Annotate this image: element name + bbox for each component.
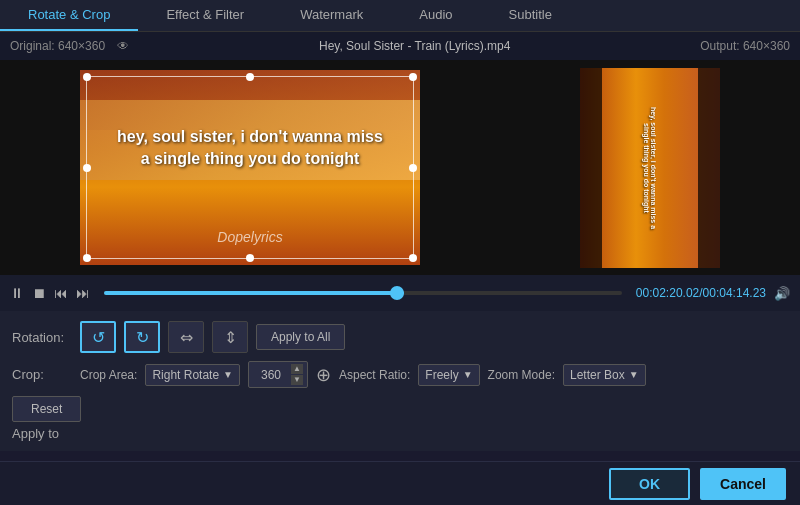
zoom-chevron-icon: ▼	[629, 369, 639, 380]
flip-horizontal-button[interactable]: ⇔	[168, 321, 204, 353]
right-preview: hey, soul sister, i don't wanna miss a s…	[500, 60, 800, 275]
reset-row: Reset	[12, 396, 788, 422]
eye-icon[interactable]: 👁	[117, 39, 129, 53]
rotated-preview: hey, soul sister, i don't wanna miss a s…	[580, 68, 720, 268]
crop-width-spinners: ▲ ▼	[291, 364, 303, 385]
apply-to-row: Apply to	[12, 426, 788, 441]
playback-bar: ⏸ ⏹ ⏮ ⏭ 00:02:20.02/00:04:14.23 🔊	[0, 275, 800, 311]
flip-vertical-button[interactable]: ⇕	[212, 321, 248, 353]
zoom-mode-dropdown[interactable]: Letter Box ▼	[563, 364, 646, 386]
file-name: Hey, Soul Sister - Train (Lyrics).mp4	[319, 39, 510, 53]
tab-watermark[interactable]: Watermark	[272, 0, 391, 31]
crop-width-input-group: ▲ ▼	[248, 361, 308, 388]
tab-bar: Rotate & Crop Effect & Filter Watermark …	[0, 0, 800, 32]
rotated-shadow-left	[580, 68, 602, 268]
aspect-ratio-label: Aspect Ratio:	[339, 368, 410, 382]
crop-handle-bm[interactable]	[246, 254, 254, 262]
output-label: Output: 640×360	[700, 39, 790, 53]
rotated-text: hey, soul sister, i don't wanna miss a s…	[643, 103, 657, 233]
pause-button[interactable]: ⏸	[10, 285, 24, 301]
rotate-right-button[interactable]: ↻	[124, 321, 160, 353]
tab-effect-filter[interactable]: Effect & Filter	[138, 0, 272, 31]
controls-area: Rotation: ↺ ↻ ⇔ ⇕ Apply to All Crop: Cro…	[0, 311, 800, 451]
prev-frame-button[interactable]: ⏮	[54, 285, 68, 301]
timeline-track[interactable]	[104, 291, 622, 295]
crop-area-dropdown[interactable]: Right Rotate ▼	[145, 364, 240, 386]
next-frame-button[interactable]: ⏭	[76, 285, 90, 301]
header-bar: Original: 640×360 👁 Hey, Soul Sister - T…	[0, 32, 800, 60]
ok-button[interactable]: OK	[609, 468, 690, 500]
time-display: 00:02:20.02/00:04:14.23	[636, 286, 766, 300]
rotated-shadow-right	[698, 68, 720, 268]
cancel-button[interactable]: Cancel	[700, 468, 786, 500]
aspect-chevron-icon: ▼	[463, 369, 473, 380]
tab-subtitle[interactable]: Subtitle	[481, 0, 580, 31]
chevron-down-icon: ▼	[223, 369, 233, 380]
crop-width-down[interactable]: ▼	[291, 375, 303, 385]
timeline-thumb[interactable]	[390, 286, 404, 300]
tab-audio[interactable]: Audio	[391, 0, 480, 31]
video-preview: hey, soul sister, i don't wanna miss a s…	[80, 70, 420, 265]
crop-handle-bl[interactable]	[83, 254, 91, 262]
crop-width-input[interactable]	[253, 368, 289, 382]
crop-width-up[interactable]: ▲	[291, 364, 303, 374]
tab-rotate-crop[interactable]: Rotate & Crop	[0, 0, 138, 31]
video-text: hey, soul sister, i don't wanna miss a s…	[110, 126, 390, 171]
reset-button[interactable]: Reset	[12, 396, 81, 422]
aspect-ratio-dropdown[interactable]: Freely ▼	[418, 364, 479, 386]
original-label: Original: 640×360	[10, 39, 105, 53]
rotate-left-button[interactable]: ↺	[80, 321, 116, 353]
stop-button[interactable]: ⏹	[32, 285, 46, 301]
bottom-bar: OK Cancel	[0, 461, 800, 505]
crop-area-label: Crop Area:	[80, 368, 137, 382]
rotation-label: Rotation:	[12, 330, 72, 345]
crop-handle-br[interactable]	[409, 254, 417, 262]
preview-area: hey, soul sister, i don't wanna miss a s…	[0, 60, 800, 275]
center-icon[interactable]: ⊕	[316, 364, 331, 386]
crop-row: Crop: Crop Area: Right Rotate ▼ ▲ ▼ ⊕ As…	[12, 361, 788, 388]
crop-label: Crop:	[12, 367, 72, 382]
rotation-row: Rotation: ↺ ↻ ⇔ ⇕ Apply to All	[12, 321, 788, 353]
volume-icon[interactable]: 🔊	[774, 286, 790, 301]
apply-to-label: Apply to	[12, 426, 59, 441]
apply-to-all-button[interactable]: Apply to All	[256, 324, 345, 350]
left-preview: hey, soul sister, i don't wanna miss a s…	[0, 60, 500, 275]
timeline-progress	[104, 291, 404, 295]
video-watermark: Dopelyrics	[217, 229, 282, 245]
zoom-mode-label: Zoom Mode:	[488, 368, 555, 382]
